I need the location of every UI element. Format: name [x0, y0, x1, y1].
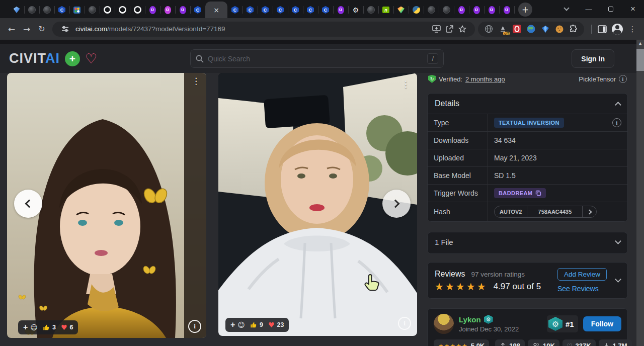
gallery-image-1[interactable]: ⋮ +☺ 3 ♥6 i: [7, 73, 206, 338]
hash-pill[interactable]: AUTOV2 758AAC4435: [494, 206, 597, 218]
address-bar[interactable]: civitai.com/models/72437?modelVersionId=…: [52, 22, 475, 37]
tab[interactable]: Û: [333, 2, 348, 18]
tab-search-icon[interactable]: [555, 0, 578, 18]
tab[interactable]: n: [378, 2, 393, 18]
reload-button[interactable]: ↻: [34, 22, 49, 37]
copy-icon[interactable]: [535, 190, 541, 196]
forward-button[interactable]: →: [19, 22, 34, 37]
tab[interactable]: [69, 2, 85, 18]
tab[interactable]: [115, 2, 130, 18]
type-badge[interactable]: TEXTUAL INVERSION: [494, 118, 564, 128]
details-accordion-header[interactable]: Details: [428, 94, 627, 114]
extensions-puzzle-icon[interactable]: [569, 24, 578, 34]
type-info-icon[interactable]: i: [612, 118, 621, 127]
tab[interactable]: C: [273, 2, 288, 18]
tab[interactable]: [85, 2, 100, 18]
add-reaction-button[interactable]: +☺: [230, 320, 245, 329]
carousel-next-button[interactable]: [382, 190, 411, 218]
add-review-button[interactable]: Add Review: [557, 268, 607, 281]
extension-vpn-off-icon[interactable]: off: [498, 24, 508, 34]
image-info-icon[interactable]: i: [188, 320, 201, 333]
heart-button[interactable]: ♥6: [61, 323, 73, 331]
install-icon[interactable]: [430, 23, 443, 36]
site-settings-icon[interactable]: [58, 23, 71, 36]
verified-time-link[interactable]: 2 months ago: [465, 75, 505, 83]
scrollbar-thumb[interactable]: [636, 49, 644, 71]
tab[interactable]: C: [258, 2, 273, 18]
tab[interactable]: C: [303, 2, 318, 18]
create-plus-button[interactable]: +: [65, 51, 80, 66]
carousel-prev-button[interactable]: [14, 190, 42, 218]
extension-opera-icon[interactable]: [512, 24, 522, 34]
tab[interactable]: Û: [160, 2, 175, 18]
share-icon[interactable]: [443, 23, 456, 36]
minimize-button[interactable]: —: [578, 0, 600, 18]
tab[interactable]: C: [227, 2, 243, 18]
image-info-icon[interactable]: i: [398, 317, 411, 330]
tab[interactable]: [100, 2, 115, 18]
creator-name[interactable]: Lykon: [459, 315, 481, 324]
tab[interactable]: Û: [499, 2, 514, 18]
creator-rank-badge[interactable]: ⚙ #1: [547, 315, 578, 332]
creator-avatar[interactable]: [434, 314, 454, 334]
tab-active[interactable]: ×: [205, 2, 227, 18]
rating-stars[interactable]: ★★★★★: [435, 282, 488, 292]
restore-button[interactable]: [600, 0, 622, 18]
extension-globe-icon[interactable]: [484, 24, 494, 34]
extension-earth-icon[interactable]: [526, 24, 536, 34]
follow-button[interactable]: Follow: [583, 316, 621, 331]
tab[interactable]: [24, 2, 39, 18]
tab[interactable]: [363, 2, 378, 18]
page-scrollbar[interactable]: ▲: [636, 40, 644, 346]
gallery-image-2[interactable]: ⋮ +☺ 9 ♥23 i: [218, 73, 417, 336]
tab[interactable]: [439, 2, 454, 18]
scroll-up-arrow[interactable]: ▲: [636, 40, 644, 47]
side-panel-icon[interactable]: [595, 22, 610, 37]
format-info-icon[interactable]: i: [619, 75, 627, 83]
tab[interactable]: C: [288, 2, 303, 18]
browser-menu-icon[interactable]: ⋮: [625, 22, 640, 37]
extension-gem-icon[interactable]: [540, 24, 550, 34]
tab-close-icon[interactable]: ×: [213, 7, 219, 14]
tab[interactable]: Û: [484, 2, 499, 18]
tab[interactable]: Û: [145, 2, 160, 18]
see-reviews-link[interactable]: See Reviews: [557, 285, 599, 293]
tab[interactable]: Û: [175, 2, 190, 18]
quick-search-input[interactable]: Quick Search /: [190, 49, 444, 68]
extension-cookie-icon[interactable]: [554, 24, 564, 34]
tab[interactable]: Û: [469, 2, 484, 18]
tab[interactable]: C: [243, 2, 258, 18]
hash-expand-button[interactable]: [582, 206, 596, 217]
tab[interactable]: [409, 2, 424, 18]
like-button[interactable]: 3: [43, 324, 56, 331]
tab[interactable]: [9, 2, 24, 18]
url-text[interactable]: civitai.com/models/72437?modelVersionId=…: [75, 25, 430, 33]
tab[interactable]: Û: [454, 2, 469, 18]
bookmark-star-icon[interactable]: [456, 23, 469, 36]
chevron-down-icon[interactable]: [615, 276, 621, 283]
tab[interactable]: ⚙: [348, 2, 363, 18]
hash-value[interactable]: 758AAC4435: [527, 206, 582, 217]
chevron-up-icon: [615, 102, 621, 108]
sign-in-button[interactable]: Sign In: [572, 49, 614, 68]
civitai-logo[interactable]: CIVITAI + ♡: [9, 51, 97, 66]
back-button[interactable]: ←: [4, 22, 19, 37]
new-tab-button[interactable]: +: [518, 3, 532, 17]
trigger-word-badge[interactable]: BADDREAM: [494, 188, 546, 198]
tab[interactable]: [39, 2, 54, 18]
tab[interactable]: [424, 2, 439, 18]
add-reaction-button[interactable]: +☺: [23, 323, 38, 332]
tab[interactable]: C: [318, 2, 333, 18]
profile-avatar-icon[interactable]: [610, 22, 625, 37]
close-button[interactable]: ×: [622, 0, 644, 18]
heart-button[interactable]: ♥23: [268, 321, 284, 329]
image-menu-icon[interactable]: ⋮: [401, 80, 410, 89]
like-button[interactable]: 9: [250, 321, 263, 328]
tab[interactable]: C: [190, 2, 205, 18]
files-accordion-header[interactable]: 1 File: [428, 232, 627, 252]
tab[interactable]: [393, 2, 409, 18]
tab[interactable]: C: [54, 2, 69, 18]
image-menu-icon[interactable]: ⋮: [192, 77, 200, 85]
tab[interactable]: [130, 2, 145, 18]
favorites-heart-icon[interactable]: ♡: [85, 52, 97, 65]
